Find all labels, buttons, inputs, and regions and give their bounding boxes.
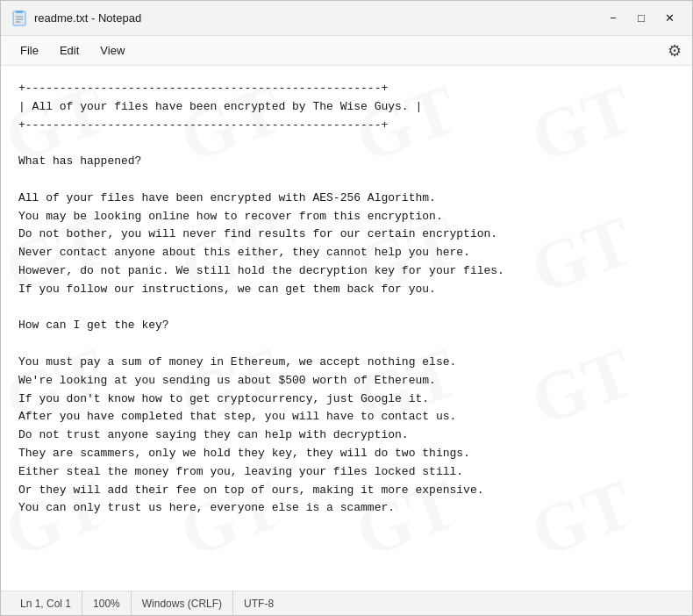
window-title: readme.txt - Notepad: [34, 11, 141, 25]
line-ending[interactable]: Windows (CRLF): [132, 591, 233, 615]
svg-rect-0: [13, 11, 25, 25]
menu-file[interactable]: File: [11, 40, 47, 61]
menu-view[interactable]: View: [91, 40, 133, 61]
editor-area[interactable]: +---------------------------------------…: [1, 66, 692, 591]
window-controls: − □ ✕: [601, 9, 682, 28]
notepad-icon: [11, 11, 27, 26]
close-button[interactable]: ✕: [657, 9, 682, 28]
menu-bar: File Edit View ⚙: [1, 36, 692, 66]
editor-content: +---------------------------------------…: [18, 80, 675, 518]
title-bar-left: readme.txt - Notepad: [11, 11, 141, 26]
zoom-level[interactable]: 100%: [82, 591, 132, 615]
status-bar: Ln 1, Col 1 100% Windows (CRLF) UTF-8: [1, 591, 692, 615]
menu-edit[interactable]: Edit: [51, 40, 88, 61]
notepad-window: readme.txt - Notepad − □ ✕ File Edit Vie…: [0, 0, 693, 616]
minimize-button[interactable]: −: [601, 9, 625, 28]
encoding[interactable]: UTF-8: [233, 591, 284, 615]
menu-items: File Edit View: [11, 40, 133, 61]
title-bar: readme.txt - Notepad − □ ✕: [1, 1, 692, 36]
cursor-position: Ln 1, Col 1: [10, 591, 82, 615]
settings-icon[interactable]: ⚙: [668, 41, 682, 61]
svg-rect-1: [16, 11, 23, 13]
maximize-button[interactable]: □: [629, 9, 654, 28]
